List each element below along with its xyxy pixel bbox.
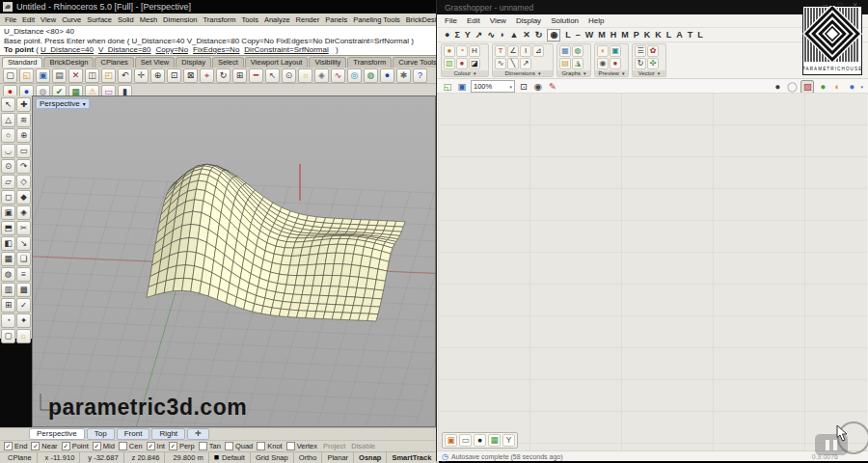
curve-icon[interactable]: △	[1, 113, 15, 127]
shade-icon[interactable]: ◍	[1, 267, 15, 282]
extrude-icon[interactable]: ⬒	[1, 221, 15, 235]
list-icon[interactable]: ☰	[635, 45, 646, 57]
tab-mesh-icon[interactable]: ▲	[509, 30, 518, 41]
curve-dim-icon[interactable]: ∿	[495, 58, 506, 69]
line-dim-icon[interactable]: ╲	[507, 58, 519, 69]
angle-icon[interactable]: ∠	[507, 45, 519, 57]
command-option-link[interactable]: U_Distance=40	[41, 45, 94, 54]
save-file-icon[interactable]: ▣	[36, 68, 50, 83]
tab-maths-icon[interactable]: Σ	[454, 30, 459, 41]
triangle-dim-icon[interactable]: ⊿	[532, 45, 544, 57]
checkbox[interactable]	[119, 442, 127, 450]
blue-preview-icon[interactable]: ●	[846, 81, 857, 93]
boolean-icon[interactable]: ▢	[1, 329, 15, 343]
pin-icon[interactable]: ✣	[647, 58, 659, 69]
disc-icon[interactable]: ●	[474, 434, 486, 447]
plugin-tab[interactable]: H	[610, 30, 617, 41]
checkbox[interactable]	[225, 442, 233, 450]
shaded-preview-icon[interactable]: ▨	[800, 80, 814, 94]
command-area[interactable]: U_Distance <80> 40 Base point. Press Ent…	[0, 26, 439, 56]
status-ortho[interactable]: Ortho	[294, 452, 323, 463]
osnap-point-checkbox[interactable]: ✓ Point	[62, 442, 89, 450]
grasshopper-menu-item[interactable]: Solution	[551, 16, 579, 25]
rectangle-icon[interactable]: ▭	[16, 144, 31, 158]
tab-viewport-layout[interactable]: Viewport Layout	[245, 57, 309, 68]
plugin-tab[interactable]: K	[655, 30, 662, 41]
zoom-extents-icon[interactable]: ⊠	[183, 68, 198, 83]
grasshopper-menu-item[interactable]: View	[490, 16, 506, 25]
checkbox[interactable]	[286, 442, 295, 450]
status-layer[interactable]: ■ Default	[209, 452, 251, 463]
rhino-menu-item[interactable]: Surface	[87, 15, 112, 24]
rotate-view-icon[interactable]: ↻	[216, 68, 231, 83]
undo-icon[interactable]: ↶	[118, 68, 132, 83]
osnap-int-checkbox[interactable]: ✓ Int	[147, 442, 165, 450]
terrain-icon[interactable]: ◮	[572, 58, 583, 69]
grasshopper-menu-item[interactable]: File	[445, 16, 457, 25]
wire-display-icon[interactable]: Y	[502, 434, 515, 447]
tab-params-icon[interactable]: ●	[445, 30, 449, 41]
rhino-menu-item[interactable]: Curve	[62, 15, 81, 24]
check-geometry-icon[interactable]: ✓	[16, 298, 31, 313]
paneling-wave-icon[interactable]: ∿	[331, 68, 345, 83]
grasshopper-menu-item[interactable]: Help	[588, 16, 604, 25]
osnap-end-checkbox[interactable]: ✓ End	[4, 442, 27, 450]
status-smarttrack[interactable]: SmartTrack	[387, 452, 437, 463]
osnap-near-checkbox[interactable]: ✓ Near	[31, 442, 57, 450]
mesh-icon[interactable]: ▩	[16, 283, 31, 297]
cut-icon[interactable]: ✕	[68, 68, 83, 83]
canvas-save-icon[interactable]: ▣	[456, 81, 468, 93]
select-arrow-icon[interactable]: ↖	[265, 68, 280, 83]
viewport-title[interactable]: Perspective ▾	[36, 98, 90, 109]
tab-transform[interactable]: Transform	[347, 57, 392, 68]
tab-cplanes[interactable]: CPlanes	[95, 57, 133, 68]
tab-standard[interactable]: Standard	[2, 57, 42, 68]
grid-snap-icon[interactable]: ⊞	[1, 298, 15, 313]
hide-objects-icon[interactable]: ━	[249, 68, 263, 83]
trim-icon[interactable]: ✂	[16, 221, 31, 235]
navigator-icon[interactable]: ▣	[445, 434, 457, 447]
tab-select[interactable]: Select	[212, 57, 244, 68]
color-wheel-icon[interactable]: ◎	[347, 68, 362, 83]
status-cplane[interactable]: CPlane	[0, 452, 38, 463]
checkbox[interactable]: ✓	[31, 442, 40, 450]
status-units[interactable]: 29.800 m	[165, 452, 208, 463]
checkbox[interactable]: ✓	[4, 442, 13, 450]
osnap-cen-checkbox[interactable]: Cen	[119, 442, 143, 450]
lock-icon[interactable]: ◈	[314, 68, 329, 83]
checkbox[interactable]	[257, 442, 265, 450]
rhino-menu-item[interactable]: File	[5, 15, 16, 24]
freeform-curve-icon[interactable]: ≋	[16, 113, 31, 127]
no-preview-icon[interactable]: ●	[772, 81, 783, 93]
chevron-down-icon[interactable]: ▾	[860, 84, 863, 90]
lamp-icon[interactable]: ☼	[16, 329, 31, 343]
status-osnap[interactable]: Osnap	[354, 452, 387, 463]
osnap-mid-checkbox[interactable]: ✓ Mid	[93, 442, 115, 450]
grasshopper-menu-item[interactable]: Edit	[467, 16, 480, 25]
ellipse-icon[interactable]: ⊕	[16, 128, 31, 143]
sphere-icon[interactable]: ▣	[1, 205, 15, 220]
aligned-dim-icon[interactable]: I	[520, 45, 531, 57]
swatch-icon[interactable]: ●	[444, 45, 455, 57]
rhino-menu-item[interactable]: Paneling Tools	[353, 15, 400, 24]
viewport-tab-right[interactable]: Right	[151, 428, 185, 440]
box-preview-icon[interactable]: ▣	[610, 45, 621, 57]
solid-icon[interactable]: ◈	[16, 205, 31, 220]
object-snap-icon[interactable]: ⊙	[282, 68, 296, 83]
checkbox[interactable]: ✓	[62, 442, 70, 450]
zoom-dynamic-icon[interactable]: ⊕	[150, 68, 165, 83]
status-grid-snap[interactable]: Grid Snap	[251, 452, 294, 463]
print-icon[interactable]: ▤	[52, 68, 67, 83]
leader-icon[interactable]: ↗	[520, 58, 531, 69]
command-option-link[interactable]: V_Distance=80	[98, 45, 150, 54]
chevron-down-icon[interactable]: ▾	[83, 100, 86, 107]
status-z[interactable]: z 20.846	[124, 452, 166, 463]
grasshopper-canvas[interactable]	[438, 93, 867, 451]
osnap-disable-toggle[interactable]: Disable	[349, 442, 375, 450]
tab-brickdesign[interactable]: BrickDesign	[43, 57, 94, 68]
ribbon-group-label[interactable]: Colour▾	[442, 70, 488, 76]
tab-curve-icon[interactable]: ∿	[487, 30, 495, 41]
plugin-tab[interactable]: –	[576, 30, 581, 41]
text-tag-icon[interactable]: T	[495, 45, 506, 57]
flower-icon[interactable]: ✿	[647, 45, 659, 57]
